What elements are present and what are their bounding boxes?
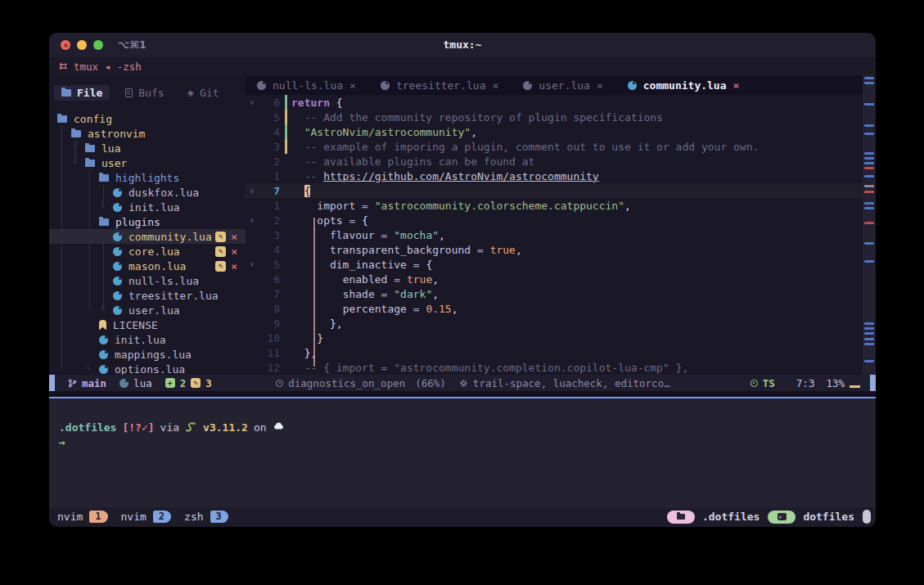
- tree-item-label: community.lua: [128, 231, 212, 243]
- tab-file-label: File: [77, 87, 102, 99]
- tab-git[interactable]: ◈ Git: [180, 85, 227, 101]
- bufferline: null-ls.lua×treesitter.lua×user.lua×comm…: [246, 75, 863, 95]
- buffer-tab-label: user.lua: [539, 79, 590, 92]
- git-sign-column: [283, 169, 291, 183]
- tree-item-user.lua[interactable]: └user.lua: [49, 303, 246, 317]
- close-icon[interactable]: ×: [231, 232, 237, 242]
- git-changed-count: 3: [205, 377, 212, 389]
- tmux-window-name: nvim: [121, 511, 146, 523]
- close-icon[interactable]: ×: [231, 246, 237, 257]
- tmux-window-3[interactable]: zsh3: [184, 511, 228, 523]
- titlebar: ⌥⌘1 tmux:~: [49, 33, 876, 57]
- minimap-mark: [864, 175, 874, 178]
- git-diff-counts[interactable]: + 2 ✎ 3: [165, 377, 212, 389]
- code-line: 1 -- https://github.com/AstroNvim/astroc…: [246, 169, 863, 183]
- tmux-status-dotfiles: >dotfiles: [768, 511, 854, 524]
- shell-pane[interactable]: .dotfiles [!?✓] via v3.11.2 on: [49, 398, 876, 507]
- minimap-mark: [864, 185, 874, 187]
- buffer-tab-user.lua[interactable]: user.lua×: [523, 79, 602, 92]
- lsp-progress: (66%): [415, 377, 446, 389]
- fold-icon[interactable]: ∨: [246, 187, 259, 195]
- line-number: 4: [259, 126, 283, 138]
- tree-item-highlights[interactable]: highlights: [49, 170, 246, 185]
- fold-icon[interactable]: ∨: [246, 216, 259, 224]
- tmux-status-bar: nvim1nvim2zsh3 .dotfiles>dotfiles: [49, 507, 876, 526]
- buffer-tab-label: treesitter.lua: [396, 79, 486, 92]
- tmux-session-tab[interactable]: tmux ◂ -zsh: [74, 61, 142, 73]
- lsp-icon: [276, 380, 283, 387]
- tree-item-config[interactable]: config: [49, 111, 246, 126]
- line-number: 9: [259, 317, 283, 330]
- git-branch[interactable]: main: [68, 377, 106, 389]
- tree-item-options.lua[interactable]: └options.lua: [49, 362, 246, 375]
- tab-file[interactable]: File: [54, 85, 110, 101]
- buffer-tab-null-ls.lua[interactable]: null-ls.lua×: [257, 79, 356, 92]
- tmux-status-.dotfiles: .dotfiles: [667, 511, 759, 524]
- line-number: 6: [259, 273, 283, 286]
- line-number: 7: [259, 288, 283, 300]
- tree-item-user[interactable]: └user: [49, 155, 246, 170]
- tree-item-lua[interactable]: └lua: [49, 141, 246, 155]
- terminal-icon: >: [768, 511, 796, 524]
- treesitter-status: TS: [750, 377, 775, 389]
- tree-item-LICENSE[interactable]: LICENSE: [49, 317, 246, 332]
- filetype-label: lua: [133, 377, 152, 389]
- prompt-input-line[interactable]: →: [59, 434, 876, 449]
- close-icon[interactable]: ×: [349, 79, 356, 92]
- close-icon[interactable]: ×: [597, 79, 603, 92]
- tmux-status-right: .dotfiles>dotfiles: [667, 511, 854, 524]
- tree-item-mappings.lua[interactable]: mappings.lua: [49, 347, 246, 362]
- code-line: 3 flavour = "mocha",: [246, 227, 863, 242]
- lsp-status[interactable]: diagnostics_on_open (66%): [276, 377, 446, 389]
- close-icon[interactable]: ×: [733, 79, 740, 92]
- tree-item-init.lua[interactable]: └init.lua: [49, 200, 246, 214]
- close-icon[interactable]: ×: [231, 261, 237, 272]
- git-added-count: 2: [180, 377, 187, 389]
- tree-item-label: user.lua: [128, 304, 180, 317]
- buffer-tab-treesitter.lua[interactable]: treesitter.lua×: [381, 79, 498, 92]
- tree-item-treesitter.lua[interactable]: treesitter.lua: [49, 288, 246, 303]
- prompt-directory: .dotfiles: [59, 421, 116, 434]
- tree-item-init.lua[interactable]: init.lua: [49, 332, 246, 347]
- tree-item-label: init.lua: [115, 334, 166, 346]
- fold-icon[interactable]: ∨: [246, 98, 259, 106]
- tmux-window-2[interactable]: nvim2: [121, 511, 172, 523]
- tmux-window-1[interactable]: nvim1: [57, 511, 108, 523]
- close-icon[interactable]: ×: [493, 79, 499, 92]
- code-text: "AstroNvim/astrocommunity",: [291, 126, 477, 138]
- tmux-window-name: zsh: [184, 511, 203, 523]
- tree-item-label: astronvim: [88, 128, 145, 140]
- tree-item-null-ls.lua[interactable]: null-ls.lua: [49, 273, 246, 288]
- lua-file-icon: [113, 203, 122, 212]
- folder-icon: [85, 145, 95, 152]
- tree-item-duskfox.lua[interactable]: duskfox.lua: [49, 185, 246, 200]
- buffer-tab-label: null-ls.lua: [273, 79, 343, 92]
- tree-item-plugins[interactable]: plugins: [49, 214, 246, 229]
- git-sign-column: [283, 198, 291, 213]
- tree-item-core.lua[interactable]: core.lua✎×: [49, 244, 246, 259]
- folder-icon: [99, 174, 109, 182]
- code-line: ∨7 {: [246, 183, 863, 198]
- tree-item-astronvim[interactable]: astronvim: [49, 126, 246, 141]
- tree-item-label: init.lua: [128, 201, 180, 214]
- editor[interactable]: ∨6return {5 -- Add the community reposit…: [246, 95, 863, 375]
- code-line: 10 }: [246, 331, 863, 345]
- fold-icon[interactable]: ∨: [246, 260, 259, 268]
- line-number: 1: [259, 170, 283, 182]
- buffer-tab-community.lua[interactable]: community.lua×: [628, 79, 740, 92]
- scrollbar-minimap[interactable]: [863, 75, 876, 375]
- tmux-session-icon: [59, 61, 69, 71]
- code-text: opts = {: [291, 214, 368, 227]
- line-number: 12: [259, 362, 283, 374]
- lua-file-icon: [257, 81, 266, 90]
- minimap-mark: [864, 162, 874, 164]
- gear-icon: [459, 379, 468, 388]
- code-text: -- available plugins can be found at: [291, 155, 534, 168]
- tree-item-mason.lua[interactable]: mason.lua✎×: [49, 259, 246, 273]
- tab-bufs[interactable]: Bufs: [118, 85, 171, 101]
- formatters[interactable]: trail-space, luacheck, editorco…: [459, 377, 670, 389]
- tree-item-community.lua[interactable]: community.lua✎×: [49, 229, 246, 244]
- code-line: 6 enabled = true,: [246, 272, 863, 286]
- filetype-indicator[interactable]: lua: [119, 377, 152, 389]
- git-sign-column: [283, 257, 291, 272]
